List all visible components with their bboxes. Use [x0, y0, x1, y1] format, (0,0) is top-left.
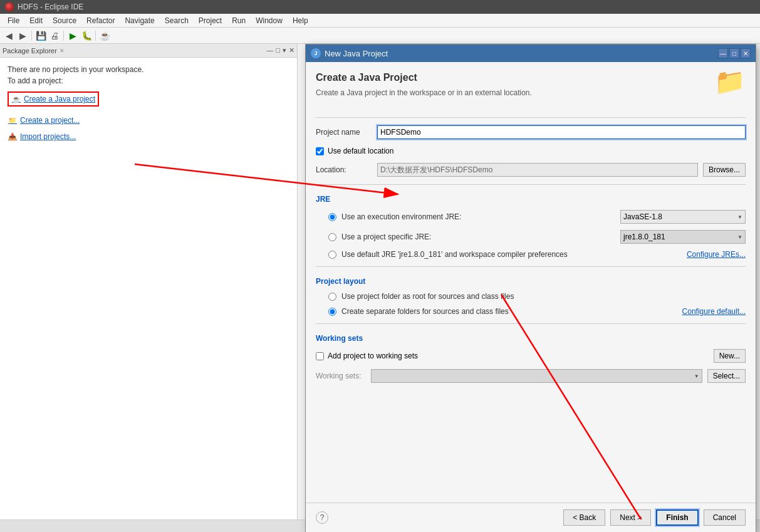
layout-option1-row: Use project folder as root for sources a…: [316, 292, 746, 301]
dialog-minimize-btn[interactable]: —: [718, 48, 728, 58]
import-projects-link[interactable]: 📥 Import projects...: [8, 130, 289, 143]
jre-option1-row: Use an execution environment JRE: JavaSE…: [316, 210, 746, 224]
toolbar-run[interactable]: ▶: [66, 29, 79, 42]
dialog-body: Create a Java Project Create a Java proj…: [306, 62, 756, 503]
jre-option1-radio[interactable]: [328, 213, 336, 221]
create-project-label: Create a project...: [20, 116, 80, 125]
toolbar-sep3: [95, 31, 96, 41]
top-divider: [316, 117, 746, 118]
jre-option2-radio[interactable]: [328, 233, 336, 241]
panel-maximize[interactable]: □: [276, 46, 280, 55]
dialog-heading: Create a Java Project: [316, 72, 532, 83]
app-icon: [5, 3, 14, 11]
explorer-add-text: To add a project:: [8, 76, 289, 85]
add-working-set-checkbox[interactable]: [316, 352, 324, 360]
panel-title: Package Explorer: [3, 47, 57, 55]
dialog-close-btn[interactable]: ✕: [741, 48, 751, 58]
dialog-title-text: New Java Project: [325, 49, 388, 58]
explorer-empty-text: There are no projects in your workspace.: [8, 65, 289, 74]
menu-bar: File Edit Source Refactor Navigate Searc…: [0, 14, 760, 28]
toolbar: ◀ ▶ 💾 🖨 ▶ 🐛 ☕: [0, 28, 760, 44]
jre-option3-label: Use default JRE 'jre1.8.0_181' and works…: [341, 250, 568, 259]
jre-option1-dropdown-value: JavaSE-1.8: [623, 212, 662, 221]
back-button[interactable]: < Back: [563, 509, 605, 526]
panel-minimize[interactable]: —: [266, 46, 273, 55]
configure-default-link[interactable]: Configure default...: [682, 307, 746, 316]
title-bar: HDFS - Eclipse IDE: [0, 0, 760, 14]
finish-button[interactable]: Finish: [656, 509, 698, 526]
location-label: Location:: [316, 165, 372, 174]
location-input: [377, 163, 698, 177]
jre-option1-label: Use an execution environment JRE:: [341, 212, 461, 221]
create-project-link[interactable]: 📁 Create a project...: [8, 114, 289, 127]
toolbar-back[interactable]: ◀: [3, 29, 15, 42]
working-sets-label: Working sets:: [316, 372, 366, 380]
import-projects-label: Import projects...: [20, 132, 76, 141]
dialog-folder-icon: 📁: [714, 67, 746, 96]
select-working-set-button[interactable]: Select...: [707, 369, 746, 383]
toolbar-save[interactable]: 💾: [34, 29, 47, 42]
menu-run[interactable]: Run: [227, 15, 251, 26]
layout-option2-row: Create separate folders for sources and …: [316, 307, 746, 316]
project-icon: 📁: [8, 115, 18, 125]
create-java-project-label: Create a Java project: [24, 95, 95, 103]
jre-option2-label: Use a project specific JRE:: [341, 232, 431, 241]
working-sets-dropdown-arrow: ▼: [694, 373, 699, 379]
toolbar-new-java[interactable]: ☕: [98, 29, 111, 42]
toolbar-sep1: [31, 31, 32, 41]
jre-option1-dropdown[interactable]: JavaSE-1.8 ▼: [620, 210, 746, 224]
dialog-footer: ? < Back Next > Finish Cancel: [306, 503, 756, 532]
new-working-set-button[interactable]: New...: [714, 349, 746, 363]
working-sets-section-label: Working sets: [316, 334, 746, 343]
explorer-content: There are no projects in your workspace.…: [0, 58, 297, 519]
layout-option2-radio[interactable]: [328, 308, 336, 316]
panel-close[interactable]: ✕: [289, 46, 294, 55]
panel-close-icon[interactable]: ✕: [60, 48, 65, 54]
jre-option2-dropdown-arrow: ▼: [737, 234, 742, 240]
jre-option2-dropdown[interactable]: jre1.8.0_181 ▼: [620, 230, 746, 244]
jre-option2-row: Use a project specific JRE: jre1.8.0_181…: [316, 230, 746, 244]
location-row: Location: Browse...: [316, 163, 746, 177]
menu-refactor[interactable]: Refactor: [81, 15, 120, 26]
menu-help[interactable]: Help: [288, 15, 313, 26]
working-sets-row: Working sets: ▼ Select...: [316, 369, 746, 383]
layout-option1-radio[interactable]: [328, 293, 336, 301]
default-location-row: Use default location: [316, 147, 746, 155]
dialog-title-bar: J New Java Project — □ ✕: [306, 44, 756, 62]
jre-option2-dropdown-value: jre1.8.0_181: [623, 232, 665, 241]
use-default-location-checkbox[interactable]: [316, 147, 324, 155]
working-sets-dropdown[interactable]: ▼: [371, 369, 702, 383]
toolbar-forward[interactable]: ▶: [16, 29, 29, 42]
dialog-title-icon: J: [311, 48, 321, 58]
jre-option3-row: Use default JRE 'jre1.8.0_181' and works…: [316, 250, 746, 259]
new-java-project-dialog: J New Java Project — □ ✕ Create a Java P…: [305, 44, 756, 532]
jre-option3-radio[interactable]: [328, 251, 336, 259]
next-button[interactable]: Next >: [610, 509, 651, 526]
project-name-input[interactable]: [377, 125, 746, 139]
create-java-project-link[interactable]: ☕ Create a Java project: [8, 91, 99, 107]
project-name-label: Project name: [316, 128, 372, 137]
toolbar-debug[interactable]: 🐛: [80, 29, 93, 42]
panel-header: Package Explorer ✕ — □ ▾ ✕: [0, 44, 297, 58]
menu-window[interactable]: Window: [251, 15, 288, 26]
menu-search[interactable]: Search: [160, 15, 194, 26]
menu-project[interactable]: Project: [194, 15, 227, 26]
panel-menu[interactable]: ▾: [283, 46, 286, 55]
menu-file[interactable]: File: [3, 15, 24, 26]
jre-divider: [316, 184, 746, 185]
help-button[interactable]: ?: [316, 511, 328, 524]
menu-edit[interactable]: Edit: [24, 15, 48, 26]
layout-option2-label: Create separate folders for sources and …: [341, 307, 509, 316]
toolbar-print[interactable]: 🖨: [48, 29, 61, 42]
working-sets-divider: [316, 323, 746, 324]
java-project-icon: ☕: [11, 94, 21, 104]
add-working-set-label: Add project to working sets: [328, 352, 418, 360]
configure-jres-link[interactable]: Configure JREs...: [687, 250, 746, 259]
cancel-button[interactable]: Cancel: [704, 509, 746, 526]
title-bar-text: HDFS - Eclipse IDE: [18, 3, 83, 11]
project-name-row: Project name: [316, 125, 746, 139]
menu-source[interactable]: Source: [48, 15, 81, 26]
menu-navigate[interactable]: Navigate: [120, 15, 159, 26]
browse-button[interactable]: Browse...: [703, 163, 746, 177]
dialog-maximize-btn[interactable]: □: [729, 48, 739, 58]
